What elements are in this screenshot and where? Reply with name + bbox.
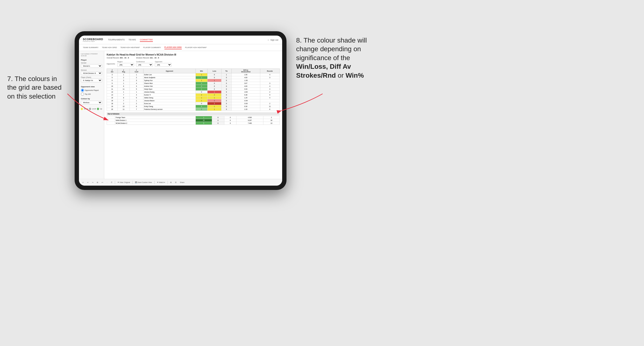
cell-conf: 2 (130, 102, 143, 105)
sub-nav-team-summary[interactable]: TEAM SUMMARY (83, 46, 98, 49)
filter-conference-select[interactable]: (All) (136, 63, 153, 67)
sign-out-link[interactable]: Sign out (270, 38, 278, 42)
toolbar-list[interactable]: ☰ (174, 181, 178, 184)
ood-cell-win: 15 (196, 119, 212, 122)
cell-diff: 4.00 (232, 76, 260, 79)
filter-region-group: Region (All) (117, 61, 134, 67)
ood-cell-label: Foreign Team (115, 116, 196, 119)
toolbar-share[interactable]: Share (179, 181, 186, 184)
cell-tie: 0 (221, 94, 231, 96)
cell-tie: 0 (221, 108, 231, 111)
nav-tournaments[interactable]: TOURNAMENTS (108, 38, 124, 42)
filter-opponent-label: Opponent (155, 61, 172, 62)
out-of-division-header: Out of division (107, 112, 280, 115)
toolbar-watch[interactable]: 👁 Watch ▾ (156, 181, 166, 184)
cell-opponent: Andrea York (143, 85, 196, 88)
annotation-left: 7. The colours in the grid are based on … (7, 75, 68, 101)
filter-opponent-group: Opponent (All) (155, 61, 172, 67)
sub-nav-team-h2h-heatmap[interactable]: TEAM H2H HEATMAP (120, 46, 140, 49)
cell-div: 5 (107, 76, 118, 79)
sub-nav-player-h2h-grid[interactable]: PLAYER H2H GRID (164, 46, 182, 49)
col-div: #Div (107, 69, 118, 73)
cell-opponent: Jessica Mason (143, 99, 196, 102)
cell-diff: 1.25 (232, 96, 260, 99)
division-select[interactable]: NCAA Division III (81, 71, 102, 75)
cell-win: 1 (196, 88, 207, 91)
toolbar-save-custom[interactable]: 💾 Save Custom View (134, 181, 153, 184)
filter-region-select[interactable]: (All) (117, 63, 134, 67)
toolbar-dot[interactable]: · (106, 181, 108, 184)
cell-conf: 5 (130, 88, 143, 91)
table-row: 5 2 2 Alexis Sudjianto 1 0 0 4.00 3 (107, 76, 280, 79)
sub-nav-player-h2h-heatmap[interactable]: PLAYER H2H HEATMAP (185, 46, 207, 49)
toolbar-grid2[interactable]: ⊞ (169, 181, 172, 184)
cell-tie: 0 (221, 99, 231, 102)
nav-committee[interactable]: COMMITTEE (140, 38, 153, 42)
nav-bar: SCOREBOARD Powered by clippd TOURNAMENTS… (79, 36, 282, 44)
cell-reg: 8 (118, 96, 130, 99)
sub-nav: TEAM SUMMARY TEAM H2H GRID TEAM H2H HEAT… (79, 44, 282, 51)
toolbar-view-original[interactable]: 👁 View: Original (116, 181, 131, 184)
toolbar-undo2[interactable]: ↩ (86, 181, 90, 184)
ood-table-row: NAIA Division 1 15 0 0 9.267 30 (107, 119, 280, 122)
cell-div: 6 (107, 79, 118, 82)
cell-opponent: Sydney Kuo (143, 79, 196, 82)
nav-links: TOURNAMENTS TEAMS COMMITTEE (108, 38, 268, 42)
cell-diff: 0.30 (232, 105, 260, 108)
cell-conf: 7 (130, 108, 143, 111)
cell-reg: 1 (118, 73, 130, 76)
cell-opponent: Euna Lee (143, 102, 196, 105)
bottom-toolbar: ↩ ↩ ↪ ⊞ ↩· · ⏱ 👁 View: Original 💾 Save C… (79, 179, 282, 186)
filters-row: Opponents: Region (All) Conference (All) (107, 61, 280, 67)
cell-diff: 1.50 (232, 73, 260, 76)
nav-teams[interactable]: TEAMS (128, 38, 136, 42)
gender-select[interactable]: Women's (81, 64, 102, 68)
cell-tie: 0 (221, 88, 231, 91)
nav-separator: | (268, 39, 268, 41)
sub-nav-player-summary[interactable]: PLAYER SUMMARY (143, 46, 161, 49)
cell-conf: 2 (130, 76, 143, 79)
col-tie: Tie (221, 69, 231, 73)
record-row: Overall Record: 353 - 34 - 6 Division Re… (107, 57, 280, 59)
cell-conf: 1 (130, 91, 143, 94)
cell-diff: 4.00 (232, 85, 260, 88)
cell-conf: 3 (130, 79, 143, 82)
cell-diff: -5.00 (232, 102, 260, 105)
toolbar-redo[interactable]: ↪ (91, 181, 94, 184)
toolbar-grid[interactable]: ⊞ (96, 181, 99, 184)
toolbar-sep4 (168, 181, 168, 184)
cell-tie: 0 (221, 96, 231, 99)
table-row: 11 11 5 Heejo Hyun 1 0 0 3.33 3 (107, 88, 280, 91)
grid-table: #Div #Reg #Conf Opponent Win Loss Tie Di… (107, 69, 280, 111)
ood-cell-loss: 0 (212, 119, 224, 122)
cell-conf: 5 (130, 96, 143, 99)
toolbar-timer[interactable]: ⏱ (110, 181, 114, 184)
ood-cell-label: NCAA Division 2 (115, 122, 196, 125)
toolbar-action[interactable]: ↩· (101, 181, 104, 184)
player-rank-select[interactable]: 8. Katelyn Vo (81, 79, 102, 82)
filter-opponent-select[interactable]: (All) (155, 63, 172, 67)
cell-loss: 2 (208, 102, 222, 105)
cell-win: 2 (196, 94, 207, 96)
cell-rounds (260, 79, 280, 82)
cell-tie: 0 (221, 102, 231, 105)
filter-region-label: Region (117, 61, 134, 62)
cell-tie: 0 (221, 105, 231, 108)
toolbar-undo[interactable]: ↩ (81, 181, 85, 184)
annotation-right: 8. The colour shade will change dependin… (296, 36, 373, 80)
table-row: 14 7 4 Eunice Yi 2 2 0 0.38 9 (107, 94, 280, 96)
ood-cell-diff: 4.500 (236, 116, 263, 119)
table-row: 19 10 6 Emily Chang 4 1 0 0.30 11 (107, 105, 280, 108)
radio-opponents-played-label: Opponents Played (85, 89, 99, 91)
cell-loss: 1 (208, 105, 222, 108)
sub-nav-team-h2h-grid[interactable]: TEAM H2H GRID (102, 46, 117, 49)
player-section-title: Player (81, 59, 102, 61)
last-updated: Last Updated: 27/03/2024 16:55:38 (81, 53, 102, 57)
cell-reg: 6 (118, 85, 130, 88)
cell-tie: 0 (221, 76, 231, 79)
cell-rounds: 4 (260, 73, 280, 76)
cell-reg: 11 (118, 88, 130, 91)
cell-tie: 0 (221, 82, 231, 85)
table-row: 13 1 1 Jessica Huang 0 1 0 -3.00 2 (107, 91, 280, 94)
cell-reg: 10 (118, 105, 130, 108)
